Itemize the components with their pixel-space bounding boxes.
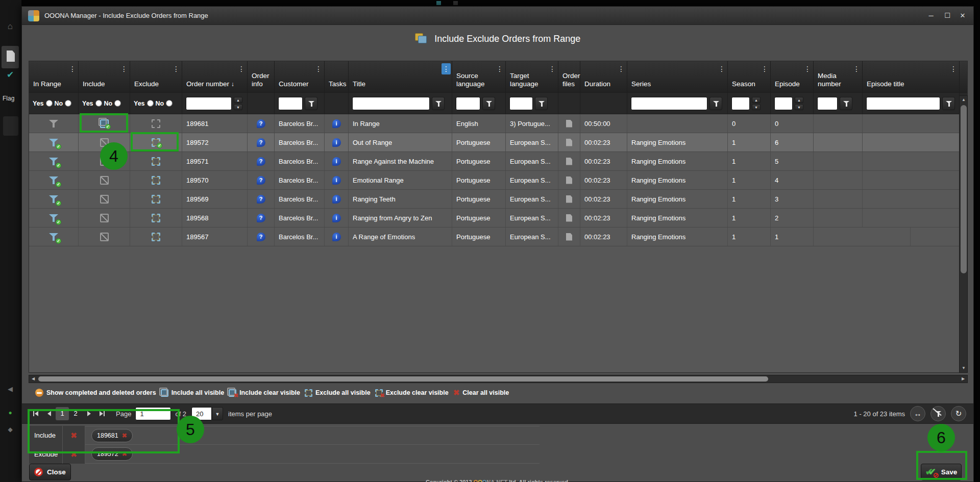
episode-filter-input[interactable] bbox=[774, 97, 793, 110]
exclude-available-icon[interactable] bbox=[152, 195, 160, 204]
column-header-order-files[interactable]: Order files bbox=[558, 61, 580, 92]
column-header-episode-title[interactable]: Episode title⋮ bbox=[863, 61, 960, 92]
order-files-icon[interactable] bbox=[566, 233, 572, 241]
order-info-icon[interactable]: ? bbox=[257, 176, 265, 185]
column-header-order-number[interactable]: Order number ↓⋮ bbox=[182, 61, 248, 92]
include-off-icon[interactable] bbox=[100, 214, 109, 222]
column-header-source-language[interactable]: Source language⋮ bbox=[452, 61, 506, 92]
scroll-right-icon[interactable]: ▶ bbox=[959, 375, 967, 383]
maximize-button[interactable]: ☐ bbox=[941, 11, 954, 21]
column-header-media-number[interactable]: Media number⋮ bbox=[814, 61, 863, 92]
minimize-button[interactable]: ─ bbox=[924, 11, 938, 21]
column-header-episode[interactable]: Episode⋮ bbox=[771, 61, 814, 92]
column-header-exclude[interactable]: Exclude⋮ bbox=[130, 61, 182, 92]
customer-filter-input[interactable] bbox=[278, 97, 303, 110]
table-row[interactable]: 189570 ? Barcelos Br... i Emotional Rang… bbox=[29, 171, 967, 190]
season-spinner[interactable]: ▲▼ bbox=[752, 97, 761, 110]
series-filter-button[interactable] bbox=[709, 97, 722, 110]
exclude-available-icon[interactable] bbox=[152, 157, 160, 166]
order-files-icon[interactable] bbox=[566, 214, 572, 222]
column-menu-icon-active[interactable]: ⋮ bbox=[442, 63, 451, 74]
table-row[interactable]: 189568 ? Barcelos Br... i Ranging from A… bbox=[29, 209, 967, 227]
target-language-filter-input[interactable] bbox=[509, 97, 533, 110]
source-language-filter-button[interactable] bbox=[482, 97, 495, 110]
column-menu-icon[interactable]: ⋮ bbox=[237, 63, 246, 74]
table-row[interactable]: 189571 ? Barcelos Br... i Range Against … bbox=[29, 152, 967, 171]
exclude-off-icon[interactable] bbox=[152, 119, 160, 128]
refresh-button[interactable]: ↻ bbox=[951, 406, 966, 421]
tasks-info-icon[interactable]: i bbox=[332, 233, 341, 241]
season-filter-input[interactable] bbox=[731, 97, 750, 110]
order-number-filter-input[interactable] bbox=[186, 97, 232, 110]
column-menu-icon[interactable]: ⋮ bbox=[172, 63, 181, 74]
tasks-info-icon[interactable]: i bbox=[332, 214, 341, 222]
order-files-icon[interactable] bbox=[566, 139, 572, 146]
table-row[interactable]: 189681 ? Barcelos Br... i In Range Engli… bbox=[29, 114, 967, 133]
include-all-icon[interactable] bbox=[161, 389, 168, 397]
column-menu-icon[interactable]: ⋮ bbox=[949, 63, 958, 74]
column-header-customer[interactable]: Customer⋮ bbox=[275, 61, 325, 92]
order-info-icon[interactable]: ? bbox=[257, 138, 265, 147]
order-info-icon[interactable]: ? bbox=[257, 195, 265, 204]
column-header-tasks[interactable]: Tasks bbox=[325, 61, 349, 92]
column-header-series[interactable]: Series⋮ bbox=[627, 61, 728, 92]
target-language-filter-button[interactable] bbox=[535, 97, 548, 110]
tasks-info-icon[interactable]: i bbox=[332, 119, 341, 128]
column-header-order-info[interactable]: Order info bbox=[248, 61, 275, 92]
column-menu-icon[interactable]: ⋮ bbox=[852, 63, 861, 74]
horizontal-scrollbar[interactable]: ◀ ▶ bbox=[29, 375, 968, 383]
order-files-icon[interactable] bbox=[566, 120, 572, 128]
exclude-available-icon[interactable] bbox=[152, 176, 160, 185]
table-row[interactable]: 189569 ? Barcelos Br... i Ranging Teeth … bbox=[29, 190, 967, 209]
clear-filters-button[interactable] bbox=[930, 406, 946, 421]
media-number-filter-input[interactable] bbox=[817, 97, 838, 110]
source-language-filter-input[interactable] bbox=[456, 97, 480, 110]
include-off-icon[interactable] bbox=[100, 233, 109, 241]
column-header-include[interactable]: Include⋮ bbox=[79, 61, 130, 92]
in-range-yes-radio[interactable] bbox=[46, 100, 53, 107]
order-number-spinner[interactable]: ▲▼ bbox=[234, 97, 242, 110]
tasks-info-icon[interactable]: i bbox=[332, 195, 341, 204]
window-close-button[interactable]: ✕ bbox=[956, 11, 969, 21]
include-clear-icon[interactable] bbox=[229, 389, 236, 397]
exclude-all-icon[interactable] bbox=[305, 389, 312, 397]
include-off-icon[interactable] bbox=[100, 176, 109, 185]
exclude-available-icon[interactable] bbox=[152, 214, 160, 222]
fit-columns-button[interactable]: ↔ bbox=[910, 406, 925, 421]
title-bar[interactable]: OOONA Manager - Include Exclude Orders f… bbox=[22, 7, 973, 25]
clear-all-icon[interactable]: ✖ bbox=[453, 388, 460, 397]
column-menu-icon[interactable]: ⋮ bbox=[760, 63, 769, 74]
series-filter-input[interactable] bbox=[631, 97, 707, 110]
episode-spinner[interactable]: ▲▼ bbox=[795, 97, 803, 110]
column-menu-icon[interactable]: ⋮ bbox=[314, 63, 323, 74]
order-info-icon[interactable]: ? bbox=[257, 214, 265, 222]
column-menu-icon[interactable]: ⋮ bbox=[617, 63, 626, 74]
tasks-info-icon[interactable]: i bbox=[332, 138, 341, 147]
exclude-yes-radio[interactable] bbox=[147, 100, 154, 107]
column-menu-icon[interactable]: ⋮ bbox=[717, 63, 726, 74]
title-filter-button[interactable] bbox=[432, 97, 445, 110]
exclude-no-radio[interactable] bbox=[166, 100, 173, 107]
column-menu-icon[interactable]: ⋮ bbox=[495, 63, 504, 74]
customer-filter-button[interactable] bbox=[305, 97, 317, 110]
episode-title-filter-input[interactable] bbox=[866, 97, 940, 110]
tasks-info-icon[interactable]: i bbox=[332, 157, 341, 166]
column-header-title[interactable]: Title⋮ bbox=[349, 61, 452, 92]
order-files-icon[interactable] bbox=[566, 176, 572, 184]
scroll-left-icon[interactable]: ◀ bbox=[29, 375, 37, 383]
scroll-down-icon[interactable]: ▼ bbox=[960, 364, 968, 372]
exclude-available-icon[interactable] bbox=[152, 233, 160, 241]
column-menu-icon[interactable]: ⋮ bbox=[119, 63, 129, 74]
order-info-icon[interactable]: ? bbox=[257, 233, 265, 241]
vertical-scrollbar-thumb[interactable] bbox=[961, 105, 967, 273]
table-row[interactable]: 189567 ? Barcelos Br... i A Range of Emo… bbox=[29, 227, 967, 246]
tasks-info-icon[interactable]: i bbox=[332, 176, 341, 185]
media-number-filter-button[interactable] bbox=[840, 97, 852, 110]
close-button[interactable]: Close bbox=[29, 464, 71, 480]
column-header-in-range[interactable]: In Range⋮ bbox=[29, 61, 79, 92]
horizontal-scrollbar-thumb[interactable] bbox=[38, 376, 768, 382]
column-header-target-language[interactable]: Target language⋮ bbox=[506, 61, 558, 92]
vertical-scrollbar[interactable]: ▲ ▼ bbox=[959, 95, 968, 373]
include-no-radio[interactable] bbox=[114, 100, 121, 107]
in-range-no-radio[interactable] bbox=[65, 100, 71, 107]
